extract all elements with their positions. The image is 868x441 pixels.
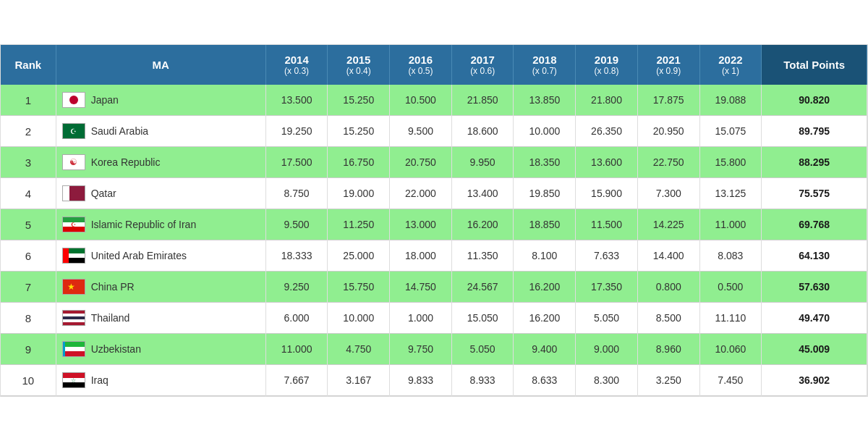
y2019-cell: 9.000 xyxy=(576,334,638,365)
y2019-cell: 13.600 xyxy=(576,147,638,178)
country-name-cell: Saudi Arabia xyxy=(56,116,265,147)
table-row: 2Saudi Arabia19.25015.2509.50018.60010.0… xyxy=(1,116,867,147)
y2016-cell: 22.000 xyxy=(390,178,452,209)
table-row: 10Iraq7.6673.1679.8338.9338.6338.3003.25… xyxy=(1,365,867,396)
y2017-cell: 5.050 xyxy=(451,334,514,365)
table-row: 7China PR9.25015.75014.75024.56716.20017… xyxy=(1,272,867,303)
y2016-cell: 1.000 xyxy=(390,303,452,334)
y2018-cell: 9.400 xyxy=(514,334,576,365)
y2021-cell: 20.950 xyxy=(637,116,699,147)
rank-cell: 3 xyxy=(1,147,56,178)
y2014-cell: 7.667 xyxy=(265,365,328,396)
country-name-label: Thailand xyxy=(91,312,130,324)
rankings-table-wrapper: Rank MA 2014(x 0.3) 2015(x 0.4) 2016(x 0… xyxy=(0,44,868,397)
y2019-cell: 17.350 xyxy=(576,272,638,303)
y2019-cell: 21.800 xyxy=(576,85,638,116)
y2021-header: 2021(x 0.9) xyxy=(637,45,699,85)
country-name-label: Korea Republic xyxy=(91,156,161,168)
y2018-cell: 16.200 xyxy=(514,303,576,334)
y2022-cell: 15.800 xyxy=(699,147,762,178)
rank-cell: 10 xyxy=(1,365,56,396)
y2018-cell: 8.100 xyxy=(514,240,576,272)
y2022-header: 2022(x 1) xyxy=(699,45,762,85)
table-header-row: Rank MA 2014(x 0.3) 2015(x 0.4) 2016(x 0… xyxy=(1,45,867,85)
y2017-cell: 9.950 xyxy=(451,147,514,178)
flag-japan xyxy=(62,92,85,108)
country-name-label: United Arab Emirates xyxy=(91,250,187,261)
y2015-header: 2015(x 0.4) xyxy=(328,45,390,85)
y2017-cell: 16.200 xyxy=(451,209,514,240)
y2018-cell: 19.850 xyxy=(514,178,576,209)
total-cell: 49.470 xyxy=(762,303,867,334)
rank-cell: 2 xyxy=(1,116,56,147)
total-cell: 90.820 xyxy=(762,85,867,116)
table-row: 4Qatar8.75019.00022.00013.40019.85015.90… xyxy=(1,178,867,209)
ma-header: MA xyxy=(56,45,265,85)
y2014-cell: 19.250 xyxy=(265,116,328,147)
y2022-cell: 11.110 xyxy=(699,303,762,334)
y2017-cell: 21.850 xyxy=(451,85,514,116)
total-cell: 75.575 xyxy=(762,178,867,209)
total-header: Total Points xyxy=(762,45,867,85)
total-cell: 36.902 xyxy=(762,365,867,396)
y2022-cell: 11.000 xyxy=(699,209,762,240)
y2017-cell: 15.050 xyxy=(451,303,514,334)
rank-cell: 9 xyxy=(1,334,56,365)
y2014-cell: 13.500 xyxy=(265,85,328,116)
y2017-header: 2017(x 0.6) xyxy=(451,45,514,85)
y2022-cell: 15.075 xyxy=(699,116,762,147)
y2014-cell: 17.500 xyxy=(265,147,328,178)
y2016-cell: 9.750 xyxy=(390,334,452,365)
y2017-cell: 13.400 xyxy=(451,178,514,209)
total-cell: 45.009 xyxy=(762,334,867,365)
table-row: 8Thailand6.00010.0001.00015.05016.2005.0… xyxy=(1,303,867,334)
total-cell: 64.130 xyxy=(762,240,867,272)
flag-uae xyxy=(62,248,85,264)
y2018-cell: 18.350 xyxy=(514,147,576,178)
y2017-cell: 8.933 xyxy=(451,365,514,396)
flag-saudi xyxy=(62,123,85,139)
y2019-cell: 8.300 xyxy=(576,365,638,396)
y2016-cell: 10.500 xyxy=(390,85,452,116)
y2014-cell: 9.250 xyxy=(265,272,328,303)
flag-china xyxy=(62,279,85,295)
flag-uzbekistan xyxy=(62,341,85,357)
rank-cell: 4 xyxy=(1,178,56,209)
y2014-cell: 9.500 xyxy=(265,209,328,240)
y2016-header: 2016(x 0.5) xyxy=(390,45,452,85)
y2022-cell: 0.500 xyxy=(699,272,762,303)
y2015-cell: 19.000 xyxy=(328,178,390,209)
rankings-table: Rank MA 2014(x 0.3) 2015(x 0.4) 2016(x 0… xyxy=(1,45,867,396)
y2014-cell: 18.333 xyxy=(265,240,328,272)
y2022-cell: 13.125 xyxy=(699,178,762,209)
country-name-cell: Iraq xyxy=(56,365,265,396)
y2022-cell: 7.450 xyxy=(699,365,762,396)
country-name-cell: Thailand xyxy=(56,303,265,334)
country-name-label: Iraq xyxy=(91,374,109,386)
flag-korea xyxy=(62,154,85,170)
y2019-cell: 15.900 xyxy=(576,178,638,209)
y2021-cell: 8.500 xyxy=(637,303,699,334)
y2015-cell: 15.250 xyxy=(328,85,390,116)
total-cell: 88.295 xyxy=(762,147,867,178)
country-name-cell: Qatar xyxy=(56,178,265,209)
y2019-cell: 5.050 xyxy=(576,303,638,334)
country-name-cell: Islamic Republic of Iran xyxy=(56,209,265,240)
y2015-cell: 3.167 xyxy=(328,365,390,396)
y2021-cell: 22.750 xyxy=(637,147,699,178)
y2021-cell: 14.400 xyxy=(637,240,699,272)
y2018-cell: 8.633 xyxy=(514,365,576,396)
y2021-cell: 17.875 xyxy=(637,85,699,116)
y2021-cell: 7.300 xyxy=(637,178,699,209)
y2022-cell: 10.060 xyxy=(699,334,762,365)
y2014-cell: 8.750 xyxy=(265,178,328,209)
country-name-label: Saudi Arabia xyxy=(91,125,148,137)
y2021-cell: 3.250 xyxy=(637,365,699,396)
y2019-cell: 26.350 xyxy=(576,116,638,147)
y2022-cell: 8.083 xyxy=(699,240,762,272)
y2018-cell: 18.850 xyxy=(514,209,576,240)
flag-thailand xyxy=(62,310,85,326)
y2016-cell: 13.000 xyxy=(390,209,452,240)
y2018-header: 2018(x 0.7) xyxy=(514,45,576,85)
country-name-label: Japan xyxy=(91,94,119,106)
